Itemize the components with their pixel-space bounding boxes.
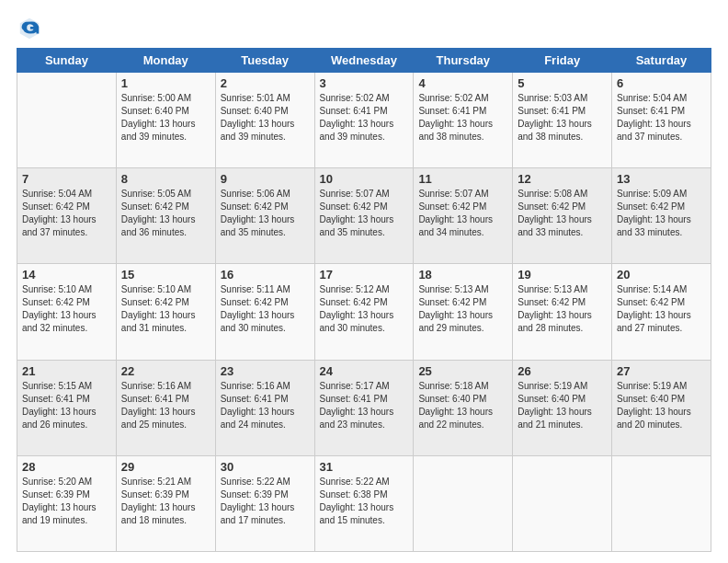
weekday-header-saturday: Saturday xyxy=(612,49,711,73)
day-number: 3 xyxy=(320,76,409,90)
day-number: 26 xyxy=(518,364,607,378)
day-cell: 29Sunrise: 5:21 AM Sunset: 6:39 PM Dayli… xyxy=(116,455,215,551)
day-info: Sunrise: 5:18 AM Sunset: 6:40 PM Dayligh… xyxy=(418,380,507,431)
day-cell: 20Sunrise: 5:14 AM Sunset: 6:42 PM Dayli… xyxy=(612,264,711,360)
day-number: 8 xyxy=(121,172,210,186)
day-number: 4 xyxy=(418,76,507,90)
day-number: 7 xyxy=(22,172,111,186)
day-cell: 19Sunrise: 5:13 AM Sunset: 6:42 PM Dayli… xyxy=(513,264,612,360)
day-number: 23 xyxy=(221,364,310,378)
day-cell: 6Sunrise: 5:04 AM Sunset: 6:41 PM Daylig… xyxy=(612,73,711,168)
day-number: 27 xyxy=(617,364,706,378)
weekday-header-wednesday: Wednesday xyxy=(314,49,414,73)
day-number: 11 xyxy=(418,172,507,186)
day-info: Sunrise: 5:22 AM Sunset: 6:38 PM Dayligh… xyxy=(320,476,409,527)
day-number: 25 xyxy=(418,364,507,378)
day-cell: 4Sunrise: 5:02 AM Sunset: 6:41 PM Daylig… xyxy=(414,73,513,168)
day-cell xyxy=(612,455,711,551)
day-cell: 23Sunrise: 5:16 AM Sunset: 6:41 PM Dayli… xyxy=(215,360,314,455)
day-info: Sunrise: 5:09 AM Sunset: 6:42 PM Dayligh… xyxy=(617,188,706,239)
day-info: Sunrise: 5:13 AM Sunset: 6:42 PM Dayligh… xyxy=(418,283,507,335)
week-row-3: 14Sunrise: 5:10 AM Sunset: 6:42 PM Dayli… xyxy=(17,264,711,360)
header xyxy=(17,15,711,40)
day-number: 21 xyxy=(22,364,111,378)
week-row-1: 1Sunrise: 5:00 AM Sunset: 6:40 PM Daylig… xyxy=(17,73,711,168)
day-info: Sunrise: 5:16 AM Sunset: 6:41 PM Dayligh… xyxy=(121,380,210,431)
day-info: Sunrise: 5:22 AM Sunset: 6:39 PM Dayligh… xyxy=(221,476,310,527)
day-cell: 22Sunrise: 5:16 AM Sunset: 6:41 PM Dayli… xyxy=(116,360,215,455)
day-info: Sunrise: 5:14 AM Sunset: 6:42 PM Dayligh… xyxy=(617,283,706,335)
day-info: Sunrise: 5:07 AM Sunset: 6:42 PM Dayligh… xyxy=(320,188,409,239)
day-info: Sunrise: 5:17 AM Sunset: 6:41 PM Dayligh… xyxy=(320,380,409,431)
week-row-4: 21Sunrise: 5:15 AM Sunset: 6:41 PM Dayli… xyxy=(17,360,711,455)
day-number: 6 xyxy=(617,76,706,90)
day-info: Sunrise: 5:15 AM Sunset: 6:41 PM Dayligh… xyxy=(22,380,111,431)
week-row-2: 7Sunrise: 5:04 AM Sunset: 6:42 PM Daylig… xyxy=(17,168,711,264)
day-info: Sunrise: 5:10 AM Sunset: 6:42 PM Dayligh… xyxy=(121,283,210,335)
day-info: Sunrise: 5:06 AM Sunset: 6:42 PM Dayligh… xyxy=(221,188,310,239)
weekday-header-sunday: Sunday xyxy=(17,49,117,73)
day-number: 31 xyxy=(320,460,409,474)
calendar: SundayMondayTuesdayWednesdayThursdayFrid… xyxy=(17,48,711,552)
day-cell: 24Sunrise: 5:17 AM Sunset: 6:41 PM Dayli… xyxy=(314,360,414,455)
day-info: Sunrise: 5:11 AM Sunset: 6:42 PM Dayligh… xyxy=(221,283,310,335)
day-cell: 26Sunrise: 5:19 AM Sunset: 6:40 PM Dayli… xyxy=(513,360,612,455)
day-info: Sunrise: 5:08 AM Sunset: 6:42 PM Dayligh… xyxy=(518,188,607,239)
day-number: 19 xyxy=(518,268,607,282)
week-row-5: 28Sunrise: 5:20 AM Sunset: 6:39 PM Dayli… xyxy=(17,455,711,551)
weekday-header-friday: Friday xyxy=(513,49,612,73)
day-cell: 16Sunrise: 5:11 AM Sunset: 6:42 PM Dayli… xyxy=(215,264,314,360)
day-info: Sunrise: 5:02 AM Sunset: 6:41 PM Dayligh… xyxy=(320,92,409,144)
day-cell: 11Sunrise: 5:07 AM Sunset: 6:42 PM Dayli… xyxy=(414,168,513,264)
day-cell xyxy=(414,455,513,551)
day-number: 18 xyxy=(418,268,507,282)
day-cell: 10Sunrise: 5:07 AM Sunset: 6:42 PM Dayli… xyxy=(314,168,414,264)
day-number: 15 xyxy=(121,268,210,282)
day-number: 10 xyxy=(320,172,409,186)
day-cell: 31Sunrise: 5:22 AM Sunset: 6:38 PM Dayli… xyxy=(314,455,414,551)
weekday-row: SundayMondayTuesdayWednesdayThursdayFrid… xyxy=(17,49,711,73)
day-cell: 15Sunrise: 5:10 AM Sunset: 6:42 PM Dayli… xyxy=(116,264,215,360)
day-number: 5 xyxy=(518,76,607,90)
day-number: 1 xyxy=(121,76,210,90)
day-number: 28 xyxy=(22,460,111,474)
day-number: 30 xyxy=(221,460,310,474)
day-number: 16 xyxy=(221,268,310,282)
day-info: Sunrise: 5:20 AM Sunset: 6:39 PM Dayligh… xyxy=(22,476,111,527)
day-cell: 17Sunrise: 5:12 AM Sunset: 6:42 PM Dayli… xyxy=(314,264,414,360)
day-info: Sunrise: 5:01 AM Sunset: 6:40 PM Dayligh… xyxy=(221,92,310,144)
day-number: 9 xyxy=(221,172,310,186)
day-info: Sunrise: 5:04 AM Sunset: 6:41 PM Dayligh… xyxy=(617,92,706,144)
day-number: 13 xyxy=(617,172,706,186)
day-info: Sunrise: 5:00 AM Sunset: 6:40 PM Dayligh… xyxy=(121,92,210,144)
day-info: Sunrise: 5:19 AM Sunset: 6:40 PM Dayligh… xyxy=(617,380,706,431)
day-cell xyxy=(17,73,117,168)
day-cell: 8Sunrise: 5:05 AM Sunset: 6:42 PM Daylig… xyxy=(116,168,215,264)
logo xyxy=(17,15,46,40)
day-cell xyxy=(513,455,612,551)
day-info: Sunrise: 5:12 AM Sunset: 6:42 PM Dayligh… xyxy=(320,283,409,335)
day-cell: 27Sunrise: 5:19 AM Sunset: 6:40 PM Dayli… xyxy=(612,360,711,455)
day-info: Sunrise: 5:07 AM Sunset: 6:42 PM Dayligh… xyxy=(418,188,507,239)
day-info: Sunrise: 5:04 AM Sunset: 6:42 PM Dayligh… xyxy=(22,188,111,239)
page: SundayMondayTuesdayWednesdayThursdayFrid… xyxy=(0,0,728,563)
weekday-header-tuesday: Tuesday xyxy=(215,49,314,73)
day-number: 12 xyxy=(518,172,607,186)
day-info: Sunrise: 5:16 AM Sunset: 6:41 PM Dayligh… xyxy=(221,380,310,431)
day-info: Sunrise: 5:21 AM Sunset: 6:39 PM Dayligh… xyxy=(121,476,210,527)
logo-icon xyxy=(17,15,42,40)
day-cell: 21Sunrise: 5:15 AM Sunset: 6:41 PM Dayli… xyxy=(17,360,117,455)
day-cell: 9Sunrise: 5:06 AM Sunset: 6:42 PM Daylig… xyxy=(215,168,314,264)
day-number: 17 xyxy=(320,268,409,282)
calendar-header: SundayMondayTuesdayWednesdayThursdayFrid… xyxy=(17,49,711,73)
day-cell: 1Sunrise: 5:00 AM Sunset: 6:40 PM Daylig… xyxy=(116,73,215,168)
day-cell: 25Sunrise: 5:18 AM Sunset: 6:40 PM Dayli… xyxy=(414,360,513,455)
day-cell: 28Sunrise: 5:20 AM Sunset: 6:39 PM Dayli… xyxy=(17,455,117,551)
weekday-header-thursday: Thursday xyxy=(414,49,513,73)
day-number: 29 xyxy=(121,460,210,474)
day-number: 24 xyxy=(320,364,409,378)
day-cell: 3Sunrise: 5:02 AM Sunset: 6:41 PM Daylig… xyxy=(314,73,414,168)
day-info: Sunrise: 5:13 AM Sunset: 6:42 PM Dayligh… xyxy=(518,283,607,335)
day-cell: 13Sunrise: 5:09 AM Sunset: 6:42 PM Dayli… xyxy=(612,168,711,264)
day-info: Sunrise: 5:02 AM Sunset: 6:41 PM Dayligh… xyxy=(418,92,507,144)
